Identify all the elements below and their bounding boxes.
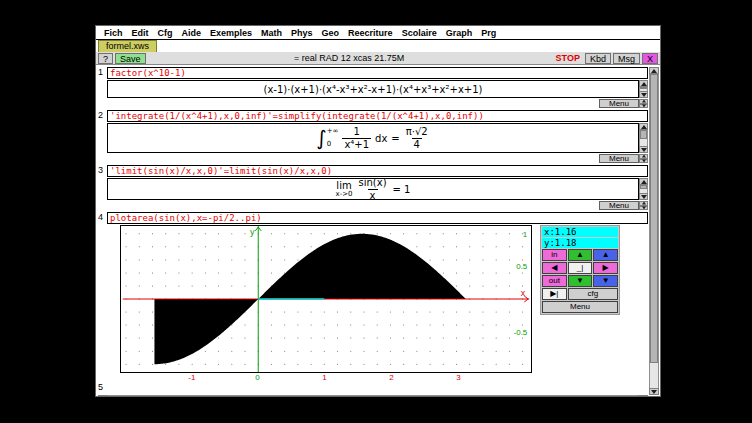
entry-1-answer-row: (x-1)·(x+1)·(x⁴-x³+x²-x+1)·(x⁴+x³+x²+x+1… <box>107 80 648 98</box>
scroll-up-icon[interactable] <box>639 178 648 185</box>
menu-phys[interactable]: Phys <box>291 28 313 38</box>
sin-area-plot[interactable]: xy10.5-0.5 <box>121 226 531 372</box>
math-expression: (x-1)·(x+1)·(x⁴-x³+x²-x+1)·(x⁴+x³+x²+x+1… <box>264 84 483 95</box>
scrollbar-thumb[interactable] <box>640 87 647 89</box>
scroll-down-icon[interactable] <box>639 104 648 109</box>
scroll-down-icon[interactable] <box>639 159 648 164</box>
answer-scrollbar[interactable] <box>639 178 648 200</box>
equals-sign: = <box>391 133 399 144</box>
menu-exemples[interactable]: Exemples <box>210 28 252 38</box>
answer-scrollbar[interactable] <box>639 80 648 98</box>
svg-text:-0.5: -0.5 <box>514 328 528 337</box>
scroll-down-icon[interactable] <box>639 193 648 200</box>
kbd-button[interactable]: Kbd <box>585 53 611 64</box>
menu-geo[interactable]: Geo <box>322 28 340 38</box>
close-button[interactable]: X <box>642 53 658 64</box>
scroll-up-icon[interactable] <box>639 123 648 130</box>
hscrollbar-track[interactable] <box>108 395 638 396</box>
limit-expression: lim x->0 sin(x) x = 1 <box>336 178 411 200</box>
entry-2-answer-row: ∫ +∞ 0 1 x⁴+1 dx = π <box>107 123 648 153</box>
tab-formel-xws[interactable]: formel.xws <box>98 40 157 52</box>
command-input[interactable]: factor(x^10-1) <box>107 67 648 79</box>
tilt-up-button[interactable]: ▲ <box>593 249 618 261</box>
zoom-out-button[interactable]: out <box>542 275 567 287</box>
svg-text:y: y <box>250 227 255 237</box>
pan-up-button[interactable]: ▲ <box>568 249 593 261</box>
command-input[interactable]: plotarea(sin(x),x=-pi/2..pi) <box>107 212 648 224</box>
tilt-down-button[interactable]: ▼ <box>593 275 618 287</box>
scrollbar-track[interactable] <box>639 130 648 146</box>
answer-menu-button[interactable]: Menu <box>599 99 639 108</box>
help-button[interactable]: ? <box>98 53 113 64</box>
animate-button[interactable]: ▶| <box>542 288 567 300</box>
menu-edit[interactable]: Edit <box>132 28 149 38</box>
save-button[interactable]: Save <box>115 53 146 64</box>
menu-scolaire[interactable]: Scolaire <box>402 28 437 38</box>
x-tick-label: 0 <box>255 373 259 382</box>
limit-fraction: sin(x) x <box>357 178 389 200</box>
scroll-down-icon[interactable] <box>649 388 659 395</box>
scrollbar-track[interactable] <box>639 185 648 193</box>
status-text[interactable]: = real RAD 12 xcas 21.75M <box>148 53 551 63</box>
vscrollbar-track[interactable] <box>649 74 659 388</box>
entries-column: 1 factor(x^10-1) (x-1)·(x+1)·(x⁴-x³+x²-x… <box>98 67 648 395</box>
entry-number: 5 <box>98 382 107 393</box>
msg-button[interactable]: Msg <box>613 53 640 64</box>
scrollbar-thumb[interactable] <box>640 185 647 189</box>
menu-reecriture[interactable]: Reecriture <box>348 28 393 38</box>
resize-arrows[interactable] <box>639 201 648 210</box>
stop-button[interactable]: STOP <box>553 53 583 63</box>
entry-4-command-row: 4 plotarea(sin(x),x=-pi/2..pi) <box>98 212 648 224</box>
entry-3-answer-row: lim x->0 sin(x) x = 1 <box>107 178 648 200</box>
session-horizontal-scrollbar[interactable] <box>98 395 648 396</box>
scroll-right-icon[interactable] <box>638 395 648 396</box>
integral-sign: ∫ <box>316 127 326 149</box>
scroll-left-icon[interactable] <box>98 395 108 396</box>
session-vertical-scrollbar[interactable] <box>649 67 659 395</box>
entry-number: 1 <box>98 67 107 79</box>
cfg-button[interactable]: cfg <box>568 288 618 300</box>
limit-result: = 1 <box>393 184 411 195</box>
entry-3-menu-row: Menu <box>98 201 648 210</box>
x-tick-label: 1 <box>322 373 326 382</box>
command-input[interactable]: 'limit(sin(x)/x,x,0)'=limit(sin(x)/x,x,0… <box>107 165 648 177</box>
pan-left-button[interactable]: ◀ <box>542 262 567 274</box>
answer-scrollbar[interactable] <box>639 123 648 153</box>
answer-menu-button[interactable]: Menu <box>599 201 639 210</box>
resize-arrows[interactable] <box>639 99 648 108</box>
plot-canvas[interactable]: xy10.5-0.5 <box>120 225 532 373</box>
x-tick-label: 3 <box>456 373 460 382</box>
scroll-down-icon[interactable] <box>639 206 648 211</box>
scroll-down-icon[interactable] <box>639 91 648 98</box>
entry-4-plot-row: xy10.5-0.5 -10123 x:1.16 y:1.18 in ▲ ▲ ◀… <box>120 225 648 382</box>
command-input[interactable]: 'integrate(1/(x^4+1),x,0,inf)'=simplify(… <box>107 110 648 122</box>
entry-5-row: 5 <box>98 382 648 393</box>
svg-text:1: 1 <box>523 230 527 239</box>
scroll-down-icon[interactable] <box>639 146 648 153</box>
menu-prg[interactable]: Prg <box>481 28 496 38</box>
zoom-in-button[interactable]: in <box>542 249 567 261</box>
entry-number: 4 <box>98 212 107 224</box>
menu-aide[interactable]: Aide <box>182 28 202 38</box>
answer-output: lim x->0 sin(x) x = 1 <box>107 178 639 200</box>
menu-graph[interactable]: Graph <box>446 28 473 38</box>
orthonormal-button[interactable]: _| <box>568 262 593 274</box>
scroll-up-icon[interactable] <box>639 80 648 87</box>
x-tick-label: -1 <box>188 373 195 382</box>
svg-text:0.5: 0.5 <box>516 262 528 271</box>
svg-text:x: x <box>521 288 526 298</box>
tab-bar: formel.xws <box>96 40 660 52</box>
menu-math[interactable]: Math <box>261 28 282 38</box>
pan-down-button[interactable]: ▼ <box>568 275 593 287</box>
integrand-fraction: 1 x⁴+1 <box>342 127 371 150</box>
pan-right-button[interactable]: ▶ <box>593 262 618 274</box>
menu-fich[interactable]: Fich <box>104 28 123 38</box>
upper-bound: +∞ <box>327 128 339 135</box>
vscrollbar-thumb[interactable] <box>650 74 658 363</box>
scroll-up-icon[interactable] <box>649 67 659 74</box>
scrollbar-thumb[interactable] <box>640 130 647 139</box>
resize-arrows[interactable] <box>639 154 648 163</box>
answer-menu-button[interactable]: Menu <box>599 154 639 163</box>
graph-menu-button[interactable]: Menu <box>542 301 618 313</box>
menu-cfg[interactable]: Cfg <box>158 28 173 38</box>
